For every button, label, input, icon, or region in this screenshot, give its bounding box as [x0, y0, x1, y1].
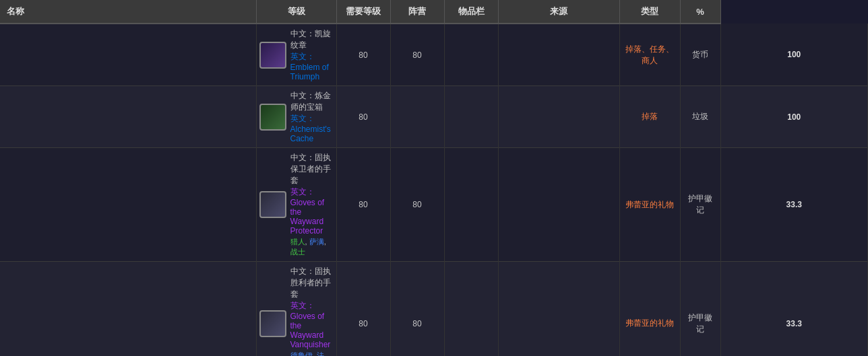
row-req-level: 80	[390, 148, 444, 262]
item-table: 名称 等级 需要等级 阵营 物品栏 来源 类型 % 中文：凯旋纹章英文：Embl…	[0, 0, 868, 356]
empty-checkbox-cell	[0, 148, 256, 262]
table-row: 中文：固执胜利者的手套英文：Gloves of the Wayward Vanq…	[0, 262, 868, 357]
row-type: 护甲徽记	[680, 262, 720, 357]
row-name-cell: 中文：固执胜利者的手套英文：Gloves of the Wayward Vanq…	[256, 262, 336, 357]
item-zh-name: 中文：炼金师的宝箱	[290, 90, 332, 113]
row-req-level	[390, 86, 444, 148]
item-icon	[259, 104, 286, 131]
col-slot[interactable]: 物品栏	[444, 0, 498, 24]
col-faction[interactable]: 阵营	[390, 0, 444, 24]
col-req-level[interactable]: 需要等级	[336, 0, 390, 24]
empty-checkbox-cell	[0, 24, 256, 86]
row-source[interactable]: 掉落、任务、商人	[619, 24, 680, 86]
table-row: 中文：凯旋纹章英文：Emblem of Triumph8080掉落、任务、商人货…	[0, 24, 868, 86]
row-percent: 33.3	[720, 148, 867, 262]
item-zh-name: 中文：固执保卫者的手套	[290, 152, 332, 186]
item-sub-text: 德鲁伊, 法师, 潜行者, 死亡骑士	[290, 351, 332, 356]
col-name[interactable]: 名称	[0, 0, 256, 24]
item-icon	[259, 42, 286, 69]
row-faction	[444, 262, 498, 357]
empty-checkbox-cell	[0, 262, 256, 357]
row-faction	[444, 24, 498, 86]
empty-checkbox-cell	[0, 86, 256, 148]
item-en-name[interactable]: 英文：Emblem of Triumph	[290, 51, 332, 81]
row-level: 80	[336, 24, 390, 86]
row-level: 80	[336, 262, 390, 357]
row-type: 垃圾	[680, 86, 720, 148]
col-level[interactable]: 等级	[256, 0, 336, 24]
row-source[interactable]: 弗蕾亚的礼物	[619, 148, 680, 262]
row-req-level: 80	[390, 262, 444, 357]
row-name-cell: 中文：凯旋纹章英文：Emblem of Triumph	[256, 24, 336, 86]
item-zh-name: 中文：凯旋纹章	[290, 28, 332, 51]
table-row: 中文：固执保卫者的手套英文：Gloves of the Wayward Prot…	[0, 148, 868, 262]
row-slot	[498, 262, 619, 357]
row-percent: 100	[720, 24, 867, 86]
row-slot	[498, 148, 619, 262]
row-slot	[498, 24, 619, 86]
item-icon	[259, 310, 286, 337]
row-type: 护甲徽记	[680, 148, 720, 262]
col-source[interactable]: 来源	[498, 0, 619, 24]
row-percent: 33.3	[720, 262, 867, 357]
row-faction	[444, 148, 498, 262]
item-zh-name: 中文：固执胜利者的手套	[290, 266, 332, 300]
row-req-level: 80	[390, 24, 444, 86]
item-en-name[interactable]: 英文：Alchemist's Cache	[290, 113, 332, 143]
row-percent: 100	[720, 86, 867, 148]
item-en-name[interactable]: 英文：Gloves of the Wayward Vanquisher	[290, 300, 332, 349]
row-level: 80	[336, 86, 390, 148]
item-en-name[interactable]: 英文：Gloves of the Wayward Protector	[290, 186, 332, 236]
col-type[interactable]: 类型	[619, 0, 680, 24]
row-source[interactable]: 弗蕾亚的礼物	[619, 262, 680, 357]
row-source[interactable]: 掉落	[619, 86, 680, 148]
item-sub-text: 猎人, 萨满, 战士	[290, 237, 332, 257]
item-icon	[259, 191, 286, 218]
table-row: 中文：炼金师的宝箱英文：Alchemist's Cache80掉落垃圾100	[0, 86, 868, 148]
row-slot	[498, 86, 619, 148]
row-name-cell: 中文：炼金师的宝箱英文：Alchemist's Cache	[256, 86, 336, 148]
row-faction	[444, 86, 498, 148]
row-level: 80	[336, 148, 390, 262]
row-name-cell: 中文：固执保卫者的手套英文：Gloves of the Wayward Prot…	[256, 148, 336, 262]
row-type: 货币	[680, 24, 720, 86]
col-percent[interactable]: %	[680, 0, 720, 24]
